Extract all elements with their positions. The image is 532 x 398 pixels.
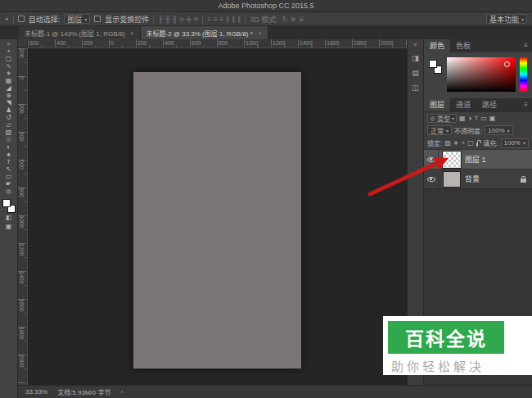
screen-mode-icon[interactable]: ▣ (6, 222, 12, 231)
color-panel-swatches[interactable] (429, 57, 443, 93)
ruler-label: 0 (109, 39, 136, 47)
tab-layers[interactable]: 图层 (424, 98, 450, 111)
quick-selection-tool[interactable]: ∗ (0, 70, 17, 77)
close-icon[interactable]: × (258, 29, 262, 37)
close-icon[interactable]: × (130, 29, 134, 37)
align-icon[interactable]: ╢ (173, 16, 178, 23)
lock-icon[interactable] (521, 179, 526, 183)
lock-all-icon[interactable] (476, 142, 479, 147)
filter-type-dropdown[interactable]: ◎ 类型 ▾ (427, 114, 457, 123)
watermark-title: 百科全说 (388, 321, 504, 354)
layer-name[interactable]: 背景 (465, 174, 480, 184)
eyedropper-tool[interactable]: ◢ (0, 84, 17, 92)
distribute-icon[interactable]: ∥ (226, 16, 229, 23)
tab-swatches[interactable]: 色板 (450, 39, 476, 52)
shape-tool[interactable]: ▭ (0, 173, 17, 180)
horizontal-ruler[interactable]: 6004002000200400600800100012001400160018… (28, 39, 407, 48)
tab-untitled-1[interactable]: 未标题-1 @ 143% (图层 1, RGB/8) × (19, 26, 141, 39)
separator (153, 15, 154, 24)
distribute-icon[interactable]: ≡ (214, 16, 218, 23)
foreground-color-swatch[interactable] (429, 60, 437, 68)
blur-tool[interactable]: ☉ (0, 136, 17, 143)
eraser-tool[interactable]: ▱ (0, 121, 17, 129)
pen-tool[interactable]: ♠ (0, 151, 17, 158)
gradient-tool[interactable]: ▧ (0, 129, 17, 136)
window-title: Adobe Photoshop CC 2015.5 (218, 2, 313, 10)
lock-option-icon[interactable]: + (462, 139, 466, 147)
align-icon[interactable]: ╤ (179, 16, 184, 23)
chevron-right-icon[interactable]: › (121, 388, 124, 396)
tab-color[interactable]: 颜色 (424, 39, 450, 52)
filter-kind-icon[interactable]: ▣ (489, 115, 496, 122)
distribute-icon[interactable]: ≡ (220, 16, 224, 23)
foreground-color-swatch[interactable] (2, 199, 11, 207)
hue-slider[interactable] (520, 57, 527, 92)
auto-select-checkbox[interactable] (18, 16, 25, 22)
clone-stamp-tool[interactable]: ♟ (0, 106, 17, 114)
healing-brush-tool[interactable]: ⊕ (0, 92, 17, 99)
tab-label: 未标题-2 @ 33.3% (图层 1, RGB/8) * (147, 29, 253, 38)
auto-select-dropdown[interactable]: 图层 ▾ (64, 14, 90, 24)
workspace-switcher[interactable]: 基本功能 ▾ (486, 14, 527, 24)
document-info[interactable]: 文档:5.93M/0 字节 (57, 387, 110, 396)
align-icon[interactable]: ╫ (165, 16, 170, 23)
tab-channels[interactable]: 通道 (450, 98, 476, 111)
fill-dropdown[interactable]: 100% ▾ (501, 138, 529, 148)
auto-select-value: 图层 (67, 14, 82, 25)
filter-kind-icon[interactable]: ◑ (468, 115, 472, 122)
collapsed-panel-icon[interactable]: ◫ (412, 84, 419, 92)
align-icon[interactable]: ╟ (158, 16, 163, 23)
ruler-label: 400 (19, 132, 25, 160)
tab-untitled-2[interactable]: 未标题-2 @ 33.3% (图层 1, RGB/8) * × (141, 26, 268, 39)
foreground-background-swatches[interactable] (2, 199, 16, 213)
filter-kind-icon[interactable]: ▭ (480, 115, 487, 122)
options-bar: + 自动选择: 图层 ▾ 显示变换控件 ╟╫╢╤╪╧ ≡≡≡∥∥∥ 3D 模式:… (0, 12, 532, 26)
3d-mode-icon[interactable]: ↻ (282, 16, 288, 23)
zoom-level-field[interactable]: 33.33% (25, 388, 47, 396)
path-selection-tool[interactable]: ↖ (0, 165, 17, 173)
lock-option-icon[interactable]: ▨ (444, 139, 451, 147)
align-icon[interactable]: ╪ (187, 16, 192, 23)
ruler-label: 800 (19, 188, 25, 215)
ruler-corner (18, 39, 28, 48)
filter-kind-icon[interactable]: T (474, 115, 478, 122)
show-transform-checkbox[interactable] (94, 16, 101, 22)
saturation-brightness-picker[interactable] (447, 57, 516, 92)
quick-mask-icon[interactable]: ◧ (6, 213, 12, 222)
move-tool[interactable]: + (0, 47, 17, 55)
layer-name[interactable]: 图层 1 (465, 154, 486, 165)
ruler-label: 2000 (19, 355, 25, 382)
history-brush-tool[interactable]: ↺ (0, 114, 17, 121)
document-canvas[interactable] (133, 72, 301, 369)
hand-tool[interactable]: ☛ (0, 180, 17, 188)
type-tool[interactable]: T (0, 158, 17, 165)
3d-mode-icon[interactable]: ⇲ (298, 16, 304, 23)
align-icon[interactable]: ╧ (194, 16, 199, 23)
collapsed-panel-icon[interactable]: ▤ (412, 69, 419, 77)
3d-mode-icon[interactable]: ⊕ (291, 16, 296, 23)
lasso-tool[interactable]: ∿ (0, 62, 17, 70)
zoom-tool[interactable]: ◎ (0, 188, 17, 195)
lock-option-icon[interactable]: ∗ (453, 139, 459, 147)
marquee-tool[interactable]: ▢ (0, 55, 17, 62)
panel-menu-icon[interactable]: ≡ (520, 98, 532, 111)
separator (245, 15, 246, 24)
vertical-ruler[interactable]: 2000200400600800100012001400160018002000 (18, 48, 28, 385)
expand-panels-icon[interactable]: « (414, 42, 417, 47)
brush-tool[interactable]: ◥ (0, 99, 17, 106)
panel-menu-icon[interactable]: ≡ (520, 39, 532, 52)
mode-icon-group: ↻⊕⇲ (282, 16, 304, 23)
tab-paths[interactable]: 路径 (476, 98, 503, 111)
toolbar-collapse-icon[interactable]: » (7, 40, 11, 47)
opacity-dropdown[interactable]: 100% ▾ (485, 125, 512, 135)
filter-kind-icon[interactable]: ▦ (459, 115, 466, 122)
distribute-icon[interactable]: ≡ (207, 16, 211, 23)
collapsed-panel-icon[interactable]: ◨ (412, 54, 419, 62)
distribute-icon[interactable]: ∥ (232, 16, 235, 23)
ruler-label: 200 (82, 39, 109, 47)
dodge-tool[interactable]: ◐ (0, 143, 17, 151)
blend-mode-dropdown[interactable]: 正常 ▾ (427, 125, 452, 135)
lock-option-icon[interactable]: ▢ (467, 139, 474, 147)
crop-tool[interactable]: ▦ (0, 77, 17, 84)
distribute-icon[interactable]: ∥ (237, 16, 241, 23)
